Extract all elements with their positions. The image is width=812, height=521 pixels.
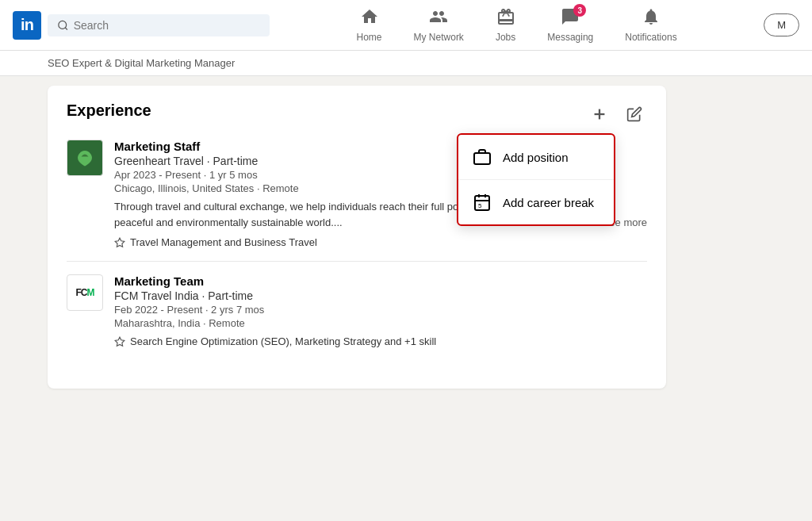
search-bar [48, 14, 270, 36]
notifications-icon [642, 7, 661, 26]
search-input[interactable] [74, 19, 260, 32]
subtitle-text: SEO Expert & Digital Marketing Manager [48, 57, 235, 69]
me-button[interactable]: M [764, 13, 799, 36]
card-actions: Add position 5 Add career [587, 102, 647, 127]
messaging-icon-wrapper: 3 [561, 7, 580, 29]
jobs-icon [496, 7, 515, 26]
pencil-icon [626, 106, 642, 122]
plus-icon [591, 105, 608, 123]
experience-title: Experience [67, 102, 151, 120]
exp-company-marketing-team: FCM Travel India · Part-time [114, 289, 647, 302]
svg-rect-5 [475, 196, 489, 210]
navbar-center: Home My Network Jobs 3 [270, 0, 764, 51]
fcm-logo[interactable]: FCM [67, 274, 103, 311]
navbar-right: M [764, 13, 799, 36]
add-position-label: Add position [503, 151, 569, 164]
add-experience-dropdown: Add position 5 Add career [457, 133, 615, 226]
sidebar-item-notifications[interactable]: Notifications [609, 0, 692, 51]
experience-item-marketing-team: FCM Marketing Team FCM Travel India · Pa… [67, 274, 647, 360]
greenheart-icon [73, 146, 97, 170]
add-career-break-label: Add career break [503, 196, 594, 209]
svg-point-0 [59, 21, 67, 29]
subtitle-bar: SEO Expert & Digital Marketing Manager [0, 51, 812, 76]
my-network-icon [429, 7, 448, 26]
home-icon-wrapper [360, 7, 379, 29]
search-icon [57, 19, 69, 32]
briefcase-icon [473, 147, 492, 167]
nav-label-my-network: My Network [414, 32, 464, 43]
nav-items: Home My Network Jobs 3 [341, 0, 693, 51]
svg-marker-10 [115, 238, 124, 247]
sidebar-item-jobs[interactable]: Jobs [480, 0, 531, 51]
svg-rect-4 [474, 153, 490, 164]
add-experience-button[interactable] [587, 102, 612, 127]
jobs-icon-wrapper [496, 7, 515, 29]
card-header: Experience [67, 102, 647, 127]
exp-location-marketing-team: Maharashtra, India · Remote [114, 317, 647, 329]
sidebar-item-home[interactable]: Home [341, 0, 398, 51]
skill-icon-marketing-team [114, 336, 125, 347]
svg-marker-11 [115, 337, 124, 346]
notifications-icon-wrapper [642, 7, 661, 29]
skill-tag-marketing-team: Search Engine Optimization (SEO), Market… [114, 335, 647, 347]
greenheart-logo[interactable] [67, 140, 103, 176]
calendar-icon-wrapper: 5 [471, 191, 493, 213]
briefcase-icon-wrapper [471, 146, 493, 168]
nav-label-messaging: Messaging [547, 32, 593, 43]
messaging-badge: 3 [573, 4, 586, 17]
nav-label-jobs: Jobs [496, 32, 515, 43]
linkedin-logo[interactable]: in [13, 11, 41, 40]
edit-experience-button[interactable] [622, 102, 647, 127]
experience-card: Experience [48, 86, 666, 389]
home-icon [360, 7, 379, 26]
skill-icon-marketing-staff [114, 237, 125, 248]
my-network-icon-wrapper [429, 7, 448, 29]
exp-title-marketing-team: Marketing Team [114, 274, 647, 288]
calendar-icon: 5 [473, 193, 492, 212]
svg-line-1 [65, 27, 67, 29]
svg-text:5: 5 [478, 202, 482, 209]
navbar: in Home My Network [0, 0, 812, 51]
navbar-left: in [13, 11, 270, 40]
exp-duration-marketing-team: Feb 2022 - Present · 2 yrs 7 mos [114, 304, 647, 316]
nav-label-home: Home [357, 32, 382, 43]
add-career-break-item[interactable]: 5 Add career break [458, 180, 614, 224]
add-position-item[interactable]: Add position [458, 135, 614, 180]
sidebar-item-messaging[interactable]: 3 Messaging [531, 0, 609, 51]
exp-details-marketing-team: Marketing Team FCM Travel India · Part-t… [114, 274, 647, 347]
skill-tag-marketing-staff: Travel Management and Business Travel [114, 236, 647, 248]
main-content: Experience [0, 76, 714, 398]
nav-label-notifications: Notifications [625, 32, 676, 43]
sidebar-item-my-network[interactable]: My Network [398, 0, 480, 51]
